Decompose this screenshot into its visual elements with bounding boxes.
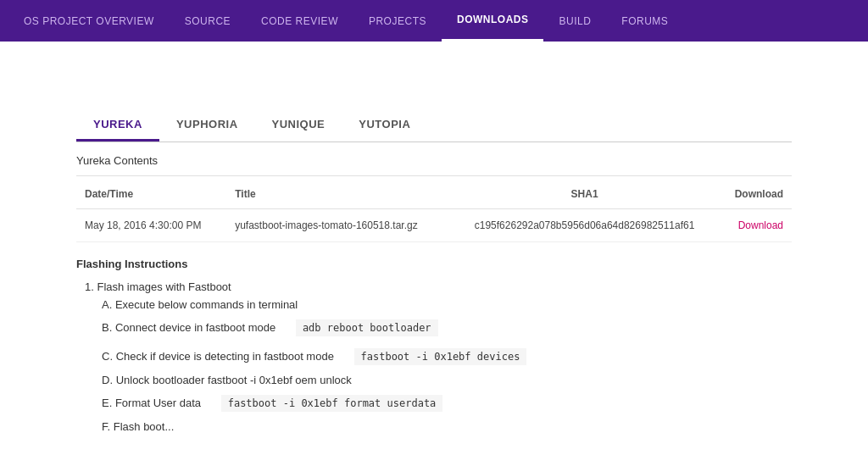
- sub-step-e: E. Format User data fastboot -i 0x1ebf f…: [102, 391, 792, 415]
- tab-yureka[interactable]: YUREKA: [76, 109, 159, 141]
- table-header-row: Date/Time Title SHA1 Download: [76, 176, 792, 209]
- header-download: Download: [718, 176, 792, 209]
- flashing-step-1: 1. Flash images with Fastboot A. Execute…: [85, 280, 792, 433]
- tab-yunique[interactable]: YUNIQUE: [255, 109, 342, 141]
- sub-step-f: F. Flash boot...: [102, 420, 792, 433]
- nav-item-downloads[interactable]: DOWNLOADS: [442, 0, 544, 42]
- sub-step-a-text: A. Execute below commands in terminal: [102, 298, 298, 311]
- code-adb-reboot: adb reboot bootloader: [296, 319, 438, 336]
- table-row: May 18, 2016 4:30:00 PM yufastboot-image…: [76, 209, 792, 242]
- code-fastboot-format: fastboot -i 0x1ebf format userdata: [221, 395, 443, 412]
- sub-step-d: D. Unlock bootloader fastboot -i 0x1ebf …: [102, 374, 792, 386]
- tabs-container: YUREKA YUPHORIA YUNIQUE YUTOPIA: [76, 58, 792, 142]
- step-1-text: 1. Flash images with Fastboot: [85, 280, 792, 293]
- cell-sha1: c195f626292a078b5956d06a64d826982511af61: [451, 209, 718, 242]
- cell-download: Download: [718, 209, 792, 242]
- sub-step-b-text: B. Connect device in fastboot mode: [102, 321, 275, 334]
- nav-item-code-review[interactable]: CODE REVIEW: [246, 0, 353, 42]
- cell-title: yufastboot-images-tomato-160518.tar.gz: [226, 209, 451, 242]
- flashing-title: Flashing Instructions: [76, 258, 792, 270]
- sub-step-e-text: E. Format User data: [102, 397, 201, 409]
- navigation-bar: OS PROJECT OVERVIEW SOURCE CODE REVIEW P…: [0, 0, 868, 42]
- download-link[interactable]: Download: [738, 219, 783, 231]
- tab-yuphoria[interactable]: YUPHORIA: [159, 109, 255, 141]
- flashing-steps-list: 1. Flash images with Fastboot A. Execute…: [76, 280, 792, 433]
- code-fastboot-devices: fastboot -i 0x1ebf devices: [354, 348, 527, 365]
- flashing-section: Flashing Instructions 1. Flash images wi…: [76, 242, 792, 448]
- header-sha1: SHA1: [451, 176, 718, 209]
- sub-step-c: C. Check if device is detecting in fastb…: [102, 345, 792, 369]
- nav-item-forums[interactable]: FORUMS: [606, 0, 683, 42]
- cell-date: May 18, 2016 4:30:00 PM: [76, 209, 226, 242]
- tab-yutopia[interactable]: YUTOPIA: [342, 109, 427, 141]
- nav-item-overview[interactable]: OS PROJECT OVERVIEW: [8, 0, 170, 42]
- nav-item-source[interactable]: SOURCE: [170, 0, 246, 42]
- header-date: Date/Time: [76, 176, 226, 209]
- main-content: YUREKA YUPHORIA YUNIQUE YUTOPIA Yureka C…: [0, 42, 868, 455]
- header-title: Title: [226, 176, 451, 209]
- sub-step-f-text: F. Flash boot...: [102, 420, 174, 433]
- sub-step-d-text: D. Unlock bootloader fastboot -i 0x1ebf …: [102, 374, 352, 386]
- sub-steps-list: A. Execute below commands in terminal B.…: [85, 298, 792, 433]
- sub-step-c-text: C. Check if device is detecting in fastb…: [102, 350, 334, 363]
- nav-item-projects[interactable]: PROJECTS: [353, 0, 442, 42]
- sub-step-b: B. Connect device in fastboot mode adb r…: [102, 316, 792, 340]
- downloads-table: Date/Time Title SHA1 Download May 18, 20…: [76, 176, 792, 242]
- section-title: Yureka Contents: [76, 142, 792, 176]
- sub-step-a: A. Execute below commands in terminal: [102, 298, 792, 311]
- nav-item-build[interactable]: BUILD: [543, 0, 606, 42]
